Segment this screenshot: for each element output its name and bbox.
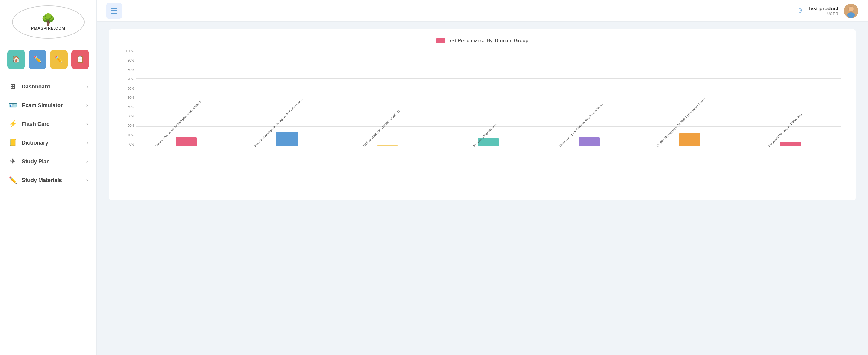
home-icon-button[interactable]: 🏠 <box>7 50 25 69</box>
bar-group-6: Conflict Management for High Performance… <box>640 50 740 146</box>
topbar-right: ☽ Test product USER <box>795 4 858 18</box>
clipboard-icon-button[interactable]: 📋 <box>71 50 89 69</box>
y-label-0: 0% <box>129 143 134 146</box>
user-info: Test product USER <box>808 6 838 16</box>
sidebar-item-flash-card[interactable]: ⚡ Flash Card › <box>0 115 96 134</box>
exam-simulator-icon: 🪪 <box>8 101 17 109</box>
pencil-icon-button[interactable]: ✏️ <box>50 50 68 69</box>
bar-2 <box>276 131 298 146</box>
logo-area: 🌳 PMASPIRE.COM <box>0 0 96 45</box>
chart-container: Test Performance By Domain Group 100% 90… <box>97 22 868 355</box>
user-name: Test product <box>808 6 838 12</box>
bars-area: Team Development for high performance te… <box>136 50 841 146</box>
dictionary-icon: 📒 <box>8 139 17 147</box>
chart-legend-box <box>436 38 445 43</box>
chevron-icon-exam-simulator: › <box>86 102 88 108</box>
sidebar: 🌳 PMASPIRE.COM 🏠 ✏️ ✏️ 📋 ⊞ Dashboard › 🪪… <box>0 0 97 355</box>
logo-oval: 🌳 PMASPIRE.COM <box>12 5 85 39</box>
bar-group-2: Emotional intelligence for high performa… <box>237 50 337 146</box>
y-label-100: 100% <box>126 50 134 53</box>
y-label-40: 40% <box>128 105 134 109</box>
dark-mode-icon[interactable]: ☽ <box>795 6 802 16</box>
sidebar-icon-buttons: 🏠 ✏️ ✏️ 📋 <box>0 45 96 75</box>
svg-point-4 <box>847 12 855 18</box>
chevron-icon-study-plan: › <box>86 159 88 164</box>
chart-wrapper: Test Performance By Domain Group 100% 90… <box>108 29 856 201</box>
bar-group-1: Team Development for high performance te… <box>136 50 237 146</box>
edit-icon-button[interactable]: ✏️ <box>29 50 46 69</box>
chart-title-prefix: Test Performance By <box>447 38 493 43</box>
sidebar-item-label-exam-simulator: Exam Simulator <box>22 102 63 109</box>
sidebar-item-study-plan[interactable]: ✈ Study Plan › <box>0 152 96 171</box>
topbar: ☽ Test product USER <box>97 0 868 22</box>
y-label-70: 70% <box>128 78 134 81</box>
bar-5 <box>579 137 600 146</box>
sidebar-item-dashboard[interactable]: ⊞ Dashboard › <box>0 77 96 96</box>
chart-title: Test Performance By Domain Group <box>121 38 844 43</box>
study-plan-icon: ✈ <box>8 157 17 166</box>
avatar[interactable] <box>844 4 858 18</box>
hamburger-line-2 <box>111 10 117 11</box>
sidebar-item-study-materials[interactable]: ✏️ Study Materials › <box>0 171 96 189</box>
bar-group-4: Removing Impediments <box>438 50 539 146</box>
bar-label-3: Tactical Scaling in Complex Situations <box>362 109 401 148</box>
hamburger-line-1 <box>111 8 117 9</box>
y-axis: 100% 90% 80% 70% 60% 50% 40% 30% 20% 10%… <box>121 50 134 146</box>
sidebar-item-label-dashboard: Dashboard <box>22 84 50 90</box>
bar-6 <box>679 134 700 146</box>
bar-chart: 100% 90% 80% 70% 60% 50% 40% 30% 20% 10%… <box>136 50 841 146</box>
flash-card-icon: ⚡ <box>8 120 17 128</box>
y-label-20: 20% <box>128 124 134 127</box>
y-label-10: 10% <box>128 134 134 137</box>
logo-text: PMASPIRE.COM <box>31 26 65 30</box>
sidebar-item-label-flash-card: Flash Card <box>22 121 50 127</box>
main-content: ☽ Test product USER Test Perfo <box>97 0 868 355</box>
hamburger-line-3 <box>111 13 117 13</box>
sidebar-item-label-study-plan: Study Plan <box>22 158 50 165</box>
bar-group-5: Coordinating and Collaborating Across Te… <box>539 50 640 146</box>
sidebar-item-dictionary[interactable]: 📒 Dictionary › <box>0 134 96 152</box>
hamburger-button[interactable] <box>106 3 122 19</box>
bar-1 <box>176 137 197 146</box>
sidebar-item-label-study-materials: Study Materials <box>22 177 62 183</box>
y-label-80: 80% <box>128 68 134 71</box>
chevron-icon-dictionary: › <box>86 140 88 146</box>
y-label-50: 50% <box>128 96 134 99</box>
chart-title-bold: Domain Group <box>495 38 528 43</box>
logo-tree-icon: 🌳 <box>41 14 55 25</box>
chevron-icon-flash-card: › <box>86 121 88 127</box>
y-label-60: 60% <box>128 87 134 90</box>
dashboard-icon: ⊞ <box>8 83 17 91</box>
svg-point-3 <box>849 7 854 11</box>
user-role: USER <box>827 12 838 16</box>
study-materials-icon: ✏️ <box>8 176 17 184</box>
bar-7 <box>780 142 801 146</box>
bar-3 <box>377 145 398 146</box>
sidebar-item-exam-simulator[interactable]: 🪪 Exam Simulator › <box>0 96 96 115</box>
sidebar-item-label-dictionary: Dictionary <box>22 140 48 146</box>
chevron-icon-dashboard: › <box>86 84 88 89</box>
chevron-icon-study-materials: › <box>86 177 88 183</box>
y-label-30: 30% <box>128 115 134 118</box>
sidebar-nav: ⊞ Dashboard › 🪪 Exam Simulator › ⚡ Flash… <box>0 75 96 355</box>
x-axis-space <box>121 146 844 195</box>
bar-group-3: Tactical Scaling in Complex Situations <box>337 50 438 146</box>
bar-group-7: Pragmatic Planning and Reporting <box>740 50 841 146</box>
y-label-90: 90% <box>128 59 134 62</box>
